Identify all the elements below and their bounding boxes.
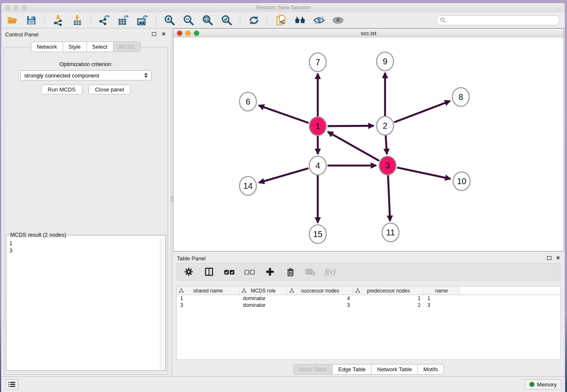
save-session-icon[interactable] — [25, 14, 37, 26]
search-box[interactable] — [436, 15, 560, 25]
mcds-result-line: 1 — [9, 240, 158, 247]
graph-edge-2-8[interactable] — [394, 101, 450, 122]
column-label: predecessor nodes — [367, 288, 410, 294]
tab-mcds[interactable]: MCDS — [113, 41, 141, 52]
table-cell[interactable]: dominator — [239, 295, 287, 302]
application-window: Session: New Session — [1, 3, 565, 392]
table-cell[interactable]: 3 — [424, 302, 460, 309]
memory-status-icon — [529, 382, 534, 387]
network-graph[interactable]: 7968124314101511 — [173, 38, 564, 251]
table-row-2[interactable]: 3dominator323 — [177, 302, 560, 309]
mcds-result-title: MCDS result (2 nodes) — [9, 232, 67, 238]
network-view-window: × − + scc.txt 7968124314101511 — [173, 28, 564, 251]
delete-table-icon[interactable] — [305, 266, 317, 278]
graph-node-label-14: 14 — [243, 181, 253, 190]
tab-network[interactable]: Network — [31, 41, 63, 52]
deselect-all-icon[interactable] — [244, 266, 256, 278]
mcds-result-box: MCDS result (2 nodes) 1 3 — [6, 235, 166, 371]
table-row-1[interactable]: 1dominator411 — [177, 295, 560, 302]
table-cell[interactable]: 4 — [287, 295, 353, 302]
table-cell[interactable]: 3 — [287, 302, 353, 309]
export-image-icon[interactable] — [137, 14, 149, 26]
network-window-titlebar[interactable]: × − + scc.txt — [173, 29, 564, 38]
select-all-icon[interactable] — [223, 266, 235, 278]
mcds-result-list[interactable]: 1 3 — [7, 239, 160, 370]
column-header-MCDS-role[interactable]: MCDS role — [239, 287, 287, 295]
graph-node-label-11: 11 — [386, 228, 395, 237]
node-table[interactable]: shared nameMCDS rolesuccessor nodesprede… — [176, 286, 561, 360]
main-toolbar — [1, 12, 565, 28]
table-cell[interactable]: 1 — [353, 295, 424, 302]
refresh-icon[interactable] — [248, 14, 260, 26]
graph-node-label-10: 10 — [457, 177, 466, 186]
import-network-icon[interactable] — [52, 14, 64, 26]
table-cell[interactable]: 2 — [353, 302, 424, 309]
hide-graphics-eye-icon[interactable] — [313, 14, 325, 26]
toolbar-separator — [156, 14, 157, 26]
export-network-icon[interactable] — [99, 14, 110, 26]
criterion-dropdown[interactable]: strongly connected component — [20, 70, 151, 80]
tab-network-table[interactable]: Network Table — [371, 364, 418, 375]
status-bar: Memory — [1, 376, 565, 392]
network-canvas[interactable]: 7968124314101511 — [173, 38, 564, 251]
tab-edge-table[interactable]: Edge Table — [332, 364, 372, 375]
zoom-out-icon[interactable] — [183, 14, 195, 26]
graph-edge-4-14[interactable] — [259, 168, 308, 182]
home-reset-view-icon[interactable] — [294, 14, 306, 26]
open-session-icon[interactable] — [6, 14, 18, 26]
column-header-name[interactable]: name — [424, 287, 460, 295]
list-icon — [8, 381, 16, 388]
graph-edge-3-10[interactable] — [397, 168, 451, 179]
zoom-selected-icon[interactable] — [221, 14, 233, 26]
copy-share-document-icon[interactable] — [275, 14, 287, 26]
zoom-fit-icon[interactable] — [202, 14, 214, 26]
result-scrollbar[interactable] — [160, 239, 165, 370]
tab-style[interactable]: Style — [63, 41, 87, 52]
graph-edge-2-3[interactable] — [385, 135, 387, 154]
show-graphics-eye-icon[interactable] — [332, 14, 344, 26]
table-cell[interactable]: 1 — [177, 295, 239, 302]
column-header-shared-name[interactable]: shared name — [177, 287, 239, 295]
table-cell[interactable]: 3 — [177, 302, 239, 309]
graph-node-label-4: 4 — [315, 161, 320, 170]
task-history-button[interactable] — [6, 379, 18, 389]
graph-edge-1-6[interactable] — [259, 105, 308, 123]
close-panel-button[interactable]: Close panel — [88, 85, 131, 94]
graph-edge-1-2[interactable] — [328, 126, 374, 126]
table-panel-title: Table Panel — [177, 255, 206, 262]
graph-edge-3-11[interactable] — [388, 175, 390, 221]
table-panel: Table Panel × — [173, 252, 564, 376]
graph-node-label-6: 6 — [245, 97, 250, 106]
column-label: MCDS role — [251, 288, 276, 294]
run-mcds-button[interactable]: Run MCDS — [41, 85, 83, 94]
delete-column-trash-icon[interactable] — [284, 266, 296, 278]
app-title: Session: New Session — [1, 4, 565, 11]
table-cell[interactable]: 1 — [424, 295, 460, 302]
function-builder-icon[interactable]: f(x) — [325, 268, 336, 276]
toolbar-separator — [267, 14, 268, 26]
close-table-panel-icon[interactable]: × — [556, 254, 560, 262]
tab-node-table[interactable]: Node Table — [293, 364, 333, 375]
close-panel-icon[interactable]: × — [162, 30, 165, 38]
import-table-icon[interactable] — [72, 14, 83, 26]
column-label: successor nodes — [301, 288, 339, 294]
column-header-successor-nodes[interactable]: successor nodes — [287, 287, 353, 295]
float-table-panel-icon[interactable] — [547, 256, 551, 260]
zoom-in-icon[interactable] — [164, 14, 176, 26]
search-input[interactable] — [448, 17, 556, 24]
split-table-icon[interactable] — [203, 266, 215, 278]
graph-node-label-7: 7 — [315, 58, 320, 67]
float-panel-icon[interactable] — [152, 32, 156, 36]
table-cell[interactable]: dominator — [239, 302, 287, 309]
tab-motifs[interactable]: Motifs — [417, 364, 444, 375]
memory-label: Memory — [537, 381, 557, 388]
column-header-predecessor-nodes[interactable]: predecessor nodes — [353, 287, 424, 295]
add-column-icon[interactable] — [264, 266, 276, 278]
memory-button[interactable]: Memory — [525, 379, 561, 389]
export-table-icon[interactable] — [118, 14, 129, 26]
tab-select[interactable]: Select — [86, 41, 113, 52]
graph-edge-3-1[interactable] — [328, 132, 379, 160]
column-label: shared name — [193, 288, 223, 294]
table-options-gear-icon[interactable] — [183, 266, 195, 278]
mcds-result-line: 3 — [9, 247, 158, 254]
